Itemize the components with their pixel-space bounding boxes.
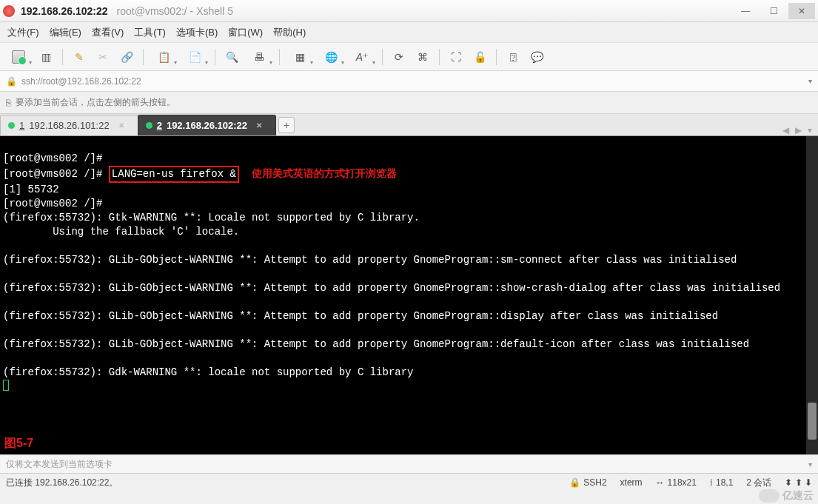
tab-nav: ◀ ▶ ▾: [782, 125, 818, 135]
tab-bar: 1 192.168.26.101:22 ✕ 2 192.168.26.102:2…: [0, 114, 818, 136]
tab-list-icon[interactable]: ▾: [808, 125, 812, 135]
terminal-line: (firefox:55732): GLib-GObject-WARNING **…: [3, 310, 718, 322]
figure-label: 图5-7: [4, 436, 33, 450]
address-dropdown-icon[interactable]: ▾: [808, 77, 812, 85]
status-protocol: SSH2: [583, 477, 606, 488]
font-button[interactable]: A⁺▾: [348, 47, 376, 67]
terminal-highlighted-command: LANG=en-us firefox &: [109, 166, 239, 183]
terminal[interactable]: [root@vms002 /]# [root@vms002 /]# LANG=e…: [0, 136, 818, 454]
status-dot-icon: [146, 122, 152, 129]
close-button[interactable]: ✕: [788, 3, 815, 19]
add-tab-button[interactable]: +: [278, 117, 295, 133]
terminal-prompt: [root@vms002 /]#: [3, 168, 102, 180]
hint-arrow-icon[interactable]: ⎘: [6, 98, 11, 108]
watermark: 亿速云: [759, 489, 814, 503]
layout-button[interactable]: ▦▾: [286, 47, 314, 67]
tab-prev-icon[interactable]: ◀: [782, 125, 789, 135]
window-title-sub: root@vms002:/ - Xshell 5: [117, 5, 233, 17]
tab-label: 192.168.26.101:22: [29, 120, 109, 131]
menubar: 文件(F) 编辑(E) 查看(V) 工具(T) 选项卡(B) 窗口(W) 帮助(…: [0, 22, 818, 43]
menu-tools[interactable]: 工具(T): [134, 26, 166, 39]
size-icon: ↔: [656, 477, 665, 488]
tab-close-icon[interactable]: ✕: [118, 121, 124, 130]
terminal-cursor: [3, 380, 9, 391]
tab-session-1[interactable]: 1 192.168.26.101:22 ✕: [0, 115, 138, 135]
tab-index: 2: [157, 120, 162, 131]
terminal-line: (firefox:55732): GLib-GObject-WARNING **…: [3, 338, 749, 350]
reconnect-button[interactable]: ✎: [69, 47, 90, 67]
terminal-line: (firefox:55732): GLib-GObject-WARNING **…: [3, 254, 737, 266]
menu-tabs[interactable]: 选项卡(B): [176, 26, 218, 39]
terminal-prompt: [root@vms002 /]#: [3, 152, 102, 164]
terminal-line: [1] 55732: [3, 184, 59, 195]
address-bar[interactable]: 🔒 ssh://root@192.168.26.102:22 ▾: [0, 71, 818, 92]
minimize-button[interactable]: —: [732, 3, 759, 19]
new-session-button[interactable]: ▾: [4, 47, 33, 67]
status-termtype: xterm: [620, 477, 643, 488]
script-button[interactable]: ⌘: [412, 47, 433, 67]
menu-file[interactable]: 文件(F): [7, 26, 39, 39]
menu-edit[interactable]: 编辑(E): [50, 26, 81, 39]
watermark-text: 亿速云: [782, 489, 814, 503]
menu-window[interactable]: 窗口(W): [228, 26, 263, 39]
tab-session-2[interactable]: 2 192.168.26.102:22 ✕: [138, 115, 276, 135]
send-input-bar[interactable]: 仅将文本发送到当前选项卡 ▾: [0, 454, 818, 474]
menu-view[interactable]: 查看(V): [92, 26, 124, 39]
terminal-line: [root@vms002 /]#: [3, 198, 102, 209]
hint-bar: ⎘ 要添加当前会话，点击左侧的箭头按钮。: [0, 92, 818, 114]
terminal-line: (firefox:55732): Gtk-WARNING **: Locale …: [3, 212, 420, 224]
tab-next-icon[interactable]: ▶: [795, 125, 802, 135]
help-button[interactable]: ⍰: [503, 47, 523, 67]
status-bar: 已连接 192.168.26.102:22。 🔒SSH2 xterm ↔118x…: [0, 474, 818, 491]
paste-button[interactable]: 📄▾: [181, 47, 209, 67]
fullscreen-button[interactable]: ⛶: [446, 47, 466, 67]
status-connection: 已连接 192.168.26.102:22。: [6, 477, 556, 489]
toolbar: ▾ ▥ ✎ ✂ 🔗 📋▾ 📄▾ 🔍 🖶▾ ▦▾ 🌐▾ A⁺▾ ⟳ ⌘ ⛶ 🔓 ⍰…: [0, 43, 818, 71]
cloud-icon: [759, 489, 780, 503]
send-dropdown-icon[interactable]: ▾: [808, 460, 812, 468]
terminal-line: Using the fallback 'C' locale.: [3, 226, 239, 238]
scrollbar-thumb[interactable]: [808, 403, 817, 440]
terminal-scrollbar[interactable]: [806, 136, 818, 454]
lock-button[interactable]: 🔓: [469, 47, 490, 67]
status-cursor-pos: 18,1: [716, 477, 733, 488]
pos-icon: ⁞: [710, 477, 713, 488]
find-button[interactable]: 🔍: [221, 47, 242, 67]
titlebar: 192.168.26.102:22 root@vms002:/ - Xshell…: [0, 0, 818, 22]
tab-index: 1: [19, 120, 24, 131]
terminal-line: (firefox:55732): Gdk-WARNING **: locale …: [3, 366, 414, 378]
properties-button[interactable]: 🔗: [116, 47, 137, 67]
disconnect-button[interactable]: ✂: [93, 47, 113, 67]
refresh-button[interactable]: ⟳: [389, 47, 409, 67]
maximize-button[interactable]: ☐: [760, 3, 787, 19]
status-sessions: 2 会话: [746, 477, 771, 489]
lock-icon: 🔒: [6, 76, 17, 87]
print-button[interactable]: 🖶▾: [245, 47, 273, 67]
terminal-line: (firefox:55732): GLib-GObject-WARNING **…: [3, 282, 780, 294]
status-dot-icon: [8, 122, 15, 129]
status-size: 118x21: [668, 477, 697, 488]
send-placeholder: 仅将文本发送到当前选项卡: [6, 458, 113, 471]
menu-help[interactable]: 帮助(H): [273, 26, 306, 39]
tab-label: 192.168.26.102:22: [167, 120, 247, 131]
lock-icon: 🔒: [569, 477, 580, 488]
hint-text: 要添加当前会话，点击左侧的箭头按钮。: [16, 96, 175, 109]
app-icon: [3, 5, 15, 17]
copy-button[interactable]: 📋▾: [150, 47, 178, 67]
address-url: ssh://root@192.168.26.102:22: [21, 76, 141, 87]
status-arrows[interactable]: ⬍ ⬆ ⬇: [785, 477, 812, 488]
encoding-button[interactable]: 🌐▾: [317, 47, 345, 67]
feedback-button[interactable]: 💬: [526, 47, 547, 67]
tab-close-icon[interactable]: ✕: [256, 121, 262, 130]
open-button[interactable]: ▥: [36, 47, 56, 67]
window-title-main: 192.168.26.102:22: [21, 5, 108, 17]
terminal-annotation: 使用美式英语的方式打开浏览器: [252, 168, 397, 180]
